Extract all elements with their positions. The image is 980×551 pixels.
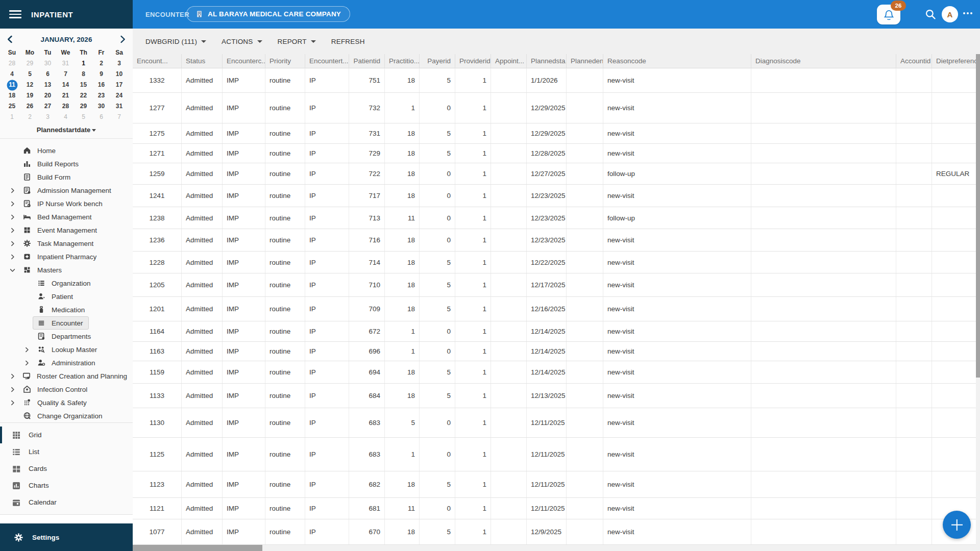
table-row[interactable]: 1238AdmittedIMProutineIP713110112/23/202… bbox=[133, 207, 980, 229]
toolbar-dwbgrid-111--button[interactable]: DWBGRID (111) bbox=[145, 38, 206, 45]
toolbar-refresh-button[interactable]: REFRESH bbox=[331, 38, 365, 45]
calendar-day[interactable]: 23 bbox=[92, 90, 110, 101]
calendar-day[interactable]: 25 bbox=[3, 101, 21, 112]
table-row[interactable]: 1271AdmittedIMProutineIP729185112/28/202… bbox=[133, 144, 980, 163]
vertical-scrollbar-thumb[interactable] bbox=[976, 54, 980, 378]
calendar-day[interactable]: 5 bbox=[75, 112, 92, 122]
table-row[interactable]: 1163AdmittedIMProutineIP69610112/14/2025… bbox=[133, 342, 980, 361]
calendar-day[interactable]: 11 bbox=[3, 80, 21, 90]
sidebar-item-patient[interactable]: Patient bbox=[0, 290, 133, 303]
calendar-day[interactable]: 30 bbox=[39, 58, 57, 69]
column-header-status[interactable]: Status bbox=[182, 54, 223, 68]
calendar-day[interactable]: 24 bbox=[110, 90, 128, 101]
column-header-payerid[interactable]: Payerid bbox=[420, 54, 455, 68]
calendar-day[interactable]: 5 bbox=[21, 69, 39, 80]
column-header-patientid[interactable]: Patientid bbox=[349, 54, 385, 68]
calendar-day[interactable]: 29 bbox=[75, 101, 92, 112]
sidebar-item-encounter[interactable]: Encounter bbox=[0, 316, 133, 330]
search-icon[interactable] bbox=[925, 9, 936, 20]
table-row[interactable]: 1275AdmittedIMProutineIP731185112/29/202… bbox=[133, 123, 980, 144]
calendar-day[interactable]: 1 bbox=[75, 58, 92, 69]
column-header-plannedenddate[interactable]: Planneden... bbox=[567, 54, 603, 68]
column-header-accountid[interactable]: Accountid bbox=[896, 54, 932, 68]
add-record-button[interactable] bbox=[943, 511, 971, 539]
table-row[interactable]: 1201AdmittedIMProutineIP709185112/16/202… bbox=[133, 297, 980, 321]
organization-selector-button[interactable]: AL BARAYA MEDICAL CARE COMPANY bbox=[186, 6, 350, 22]
column-header-practitionerid[interactable]: Practitio... bbox=[385, 54, 420, 68]
calendar-day[interactable]: 2 bbox=[21, 112, 39, 122]
calendar-day[interactable]: 30 bbox=[92, 101, 110, 112]
sidebar-item-home[interactable]: Home bbox=[0, 144, 133, 157]
calendar-day[interactable]: 6 bbox=[39, 69, 57, 80]
calendar-field-selector[interactable]: Plannedstartdate bbox=[0, 122, 133, 138]
calendar-day[interactable]: 3 bbox=[39, 112, 57, 122]
column-header-appointmentid[interactable]: Appoint... bbox=[491, 54, 527, 68]
view-grid[interactable]: Grid bbox=[0, 427, 133, 443]
toolbar-actions-button[interactable]: ACTIONS bbox=[222, 38, 262, 45]
calendar-day[interactable]: 8 bbox=[75, 69, 92, 80]
column-header-diagnosiscode[interactable]: Diagnosiscode bbox=[751, 54, 896, 68]
calendar-day[interactable]: 14 bbox=[57, 80, 75, 90]
table-row[interactable]: 1277AdmittedIMProutineIP73210112/29/2025… bbox=[133, 93, 980, 123]
calendar-day[interactable]: 26 bbox=[21, 101, 39, 112]
sidebar-item-admission-management[interactable]: Admission Management bbox=[0, 184, 133, 197]
table-row[interactable]: 1123AdmittedIMProutineIP682185112/11/202… bbox=[133, 471, 980, 498]
view-calendar[interactable]: Calendar bbox=[0, 494, 133, 511]
sidebar-item-infection-control[interactable]: Infection Control bbox=[0, 383, 133, 396]
notifications-button[interactable]: 26 bbox=[877, 5, 900, 24]
sidebar-item-medication[interactable]: Medication bbox=[0, 303, 133, 316]
more-options-icon[interactable] bbox=[963, 12, 974, 16]
sidebar-item-organization[interactable]: Organization bbox=[0, 277, 133, 290]
calendar-day[interactable]: 28 bbox=[57, 101, 75, 112]
calendar-day[interactable]: 28 bbox=[3, 58, 21, 69]
horizontal-scrollbar-thumb[interactable] bbox=[133, 545, 262, 551]
table-row[interactable]: 1125AdmittedIMProutineIP68310112/11/2025… bbox=[133, 438, 980, 471]
view-cards[interactable]: Cards bbox=[0, 460, 133, 477]
sidebar-item-administration[interactable]: Administration bbox=[0, 356, 133, 369]
table-row[interactable]: 1228AdmittedIMProutineIP714185112/22/202… bbox=[133, 252, 980, 273]
column-header-providerid[interactable]: Providerid bbox=[455, 54, 491, 68]
column-header-priority[interactable]: Priority bbox=[265, 54, 305, 68]
sidebar-item-roster-creation-and-planning[interactable]: Roster Creation and Planning bbox=[0, 369, 133, 383]
calendar-day[interactable]: 16 bbox=[92, 80, 110, 90]
sidebar-item-change-organization[interactable]: Change Organization bbox=[0, 409, 133, 422]
calendar-day[interactable]: 4 bbox=[57, 112, 75, 122]
calendar-day[interactable]: 4 bbox=[3, 69, 21, 80]
sidebar-item-ip-nurse-work-bench[interactable]: IP Nurse Work bench bbox=[0, 197, 133, 210]
calendar-day[interactable]: 3 bbox=[110, 58, 128, 69]
calendar-day[interactable]: 20 bbox=[39, 90, 57, 101]
column-header-encounterclass[interactable]: Encounterc... bbox=[223, 54, 265, 68]
settings-button[interactable]: Settings bbox=[0, 523, 133, 551]
calendar-day[interactable]: 10 bbox=[110, 69, 128, 80]
calendar-day[interactable]: 13 bbox=[39, 80, 57, 90]
calendar-day[interactable]: 1 bbox=[3, 112, 21, 122]
table-row[interactable]: 1077AdmittedIMProutineIP670185112/9/2025… bbox=[133, 519, 980, 545]
calendar-day[interactable]: 19 bbox=[21, 90, 39, 101]
sidebar-item-build-form[interactable]: Build Form bbox=[0, 170, 133, 184]
view-list[interactable]: List bbox=[0, 443, 133, 460]
calendar-day[interactable]: 6 bbox=[92, 112, 110, 122]
calendar-day[interactable]: 18 bbox=[3, 90, 21, 101]
calendar-day[interactable]: 17 bbox=[110, 80, 128, 90]
sidebar-item-departments[interactable]: Departments bbox=[0, 330, 133, 343]
sidebar-item-bed-management[interactable]: Bed Management bbox=[0, 210, 133, 223]
column-header-dietpreferencecode[interactable]: Dietpreferencec... bbox=[932, 54, 980, 68]
table-row[interactable]: 1159AdmittedIMProutineIP694185112/14/202… bbox=[133, 361, 980, 384]
sidebar-item-quality-safety[interactable]: Quality & Safety bbox=[0, 396, 133, 409]
column-header-reasoncode[interactable]: Reasoncode bbox=[603, 54, 751, 68]
table-row[interactable]: 1205AdmittedIMProutineIP710185112/17/202… bbox=[133, 273, 980, 297]
table-row[interactable]: 1121AdmittedIMProutineIP681110112/11/202… bbox=[133, 498, 980, 519]
calendar-day[interactable]: 7 bbox=[110, 112, 128, 122]
calendar-day[interactable]: 31 bbox=[110, 101, 128, 112]
table-row[interactable]: 1241AdmittedIMProutineIP717180112/23/202… bbox=[133, 185, 980, 207]
view-charts[interactable]: Charts bbox=[0, 477, 133, 494]
calendar-day[interactable]: 29 bbox=[21, 58, 39, 69]
vertical-scrollbar[interactable] bbox=[976, 54, 980, 545]
column-header-plannedstartdate[interactable]: Plannedsta... bbox=[527, 54, 567, 68]
table-row[interactable]: 1164AdmittedIMProutineIP67210112/14/2025… bbox=[133, 321, 980, 342]
calendar-day[interactable]: 21 bbox=[57, 90, 75, 101]
table-row[interactable]: 1332AdmittedIMProutineIP75118511/1/2026n… bbox=[133, 68, 980, 93]
sidebar-item-inpatient-pharmacy[interactable]: Inpatient Pharmacy bbox=[0, 250, 133, 263]
avatar[interactable]: A bbox=[942, 6, 958, 22]
sidebar-item-masters[interactable]: Masters bbox=[0, 263, 133, 277]
